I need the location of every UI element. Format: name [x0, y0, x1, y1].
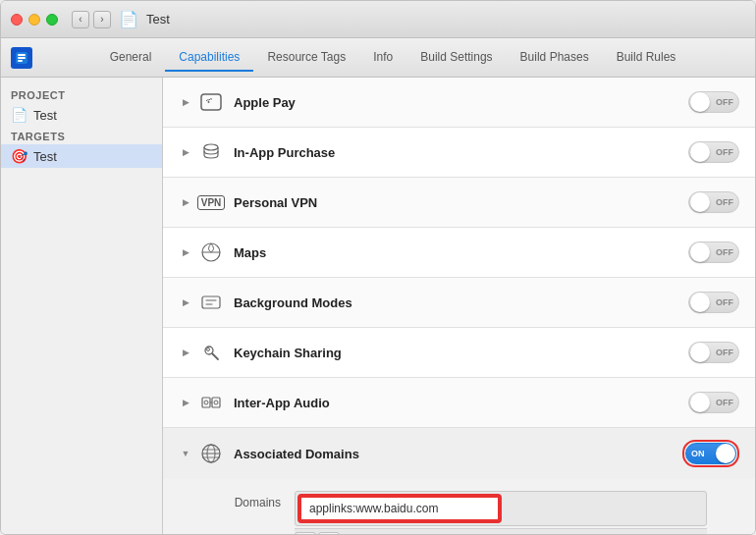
maps-toggle-knob [690, 242, 710, 262]
capability-row-background-modes: ▶ Background Modes OFF [163, 278, 755, 328]
associated-domains-label: Associated Domains [234, 447, 682, 461]
svg-rect-3 [18, 60, 23, 62]
inter-app-audio-label: Inter-App Audio [234, 396, 688, 410]
expand-personal-vpn[interactable]: ▶ [179, 195, 192, 209]
sidebar-item-project[interactable]: 📄 Test [1, 103, 162, 127]
tab-resource-tags[interactable]: Resource Tags [253, 44, 359, 72]
nav-buttons: ‹ › [72, 11, 111, 28]
tab-build-rules[interactable]: Build Rules [603, 44, 690, 72]
svg-rect-2 [18, 57, 26, 59]
associated-domains-toggle[interactable]: ON [685, 443, 736, 464]
titlebar: ‹ › 📄 Test [1, 1, 755, 38]
sidebar-project-label: PROJECT [1, 85, 162, 103]
associated-domains-expanded: Domains + − [163, 479, 755, 534]
capability-row-associated-domains: ▼ Associated Domains ON [163, 428, 755, 479]
maps-icon [198, 240, 224, 265]
apple-pay-icon [198, 89, 224, 115]
associated-domains-toggle-knob [716, 444, 735, 463]
personal-vpn-icon: VPN [198, 189, 224, 215]
maps-toggle[interactable]: OFF [688, 241, 739, 263]
background-modes-toggle-knob [690, 293, 710, 312]
keychain-sharing-toggle[interactable]: OFF [688, 342, 739, 363]
svg-point-11 [207, 348, 210, 351]
back-button[interactable]: ‹ [72, 11, 89, 28]
in-app-purchase-toggle[interactable]: OFF [688, 141, 739, 163]
capability-row-inter-app-audio: ▶ Inter-App Audio OFF [163, 378, 755, 428]
expand-inter-app-audio[interactable]: ▶ [179, 396, 192, 409]
add-domain-button[interactable]: + [295, 532, 316, 534]
svg-rect-9 [202, 296, 220, 308]
apple-pay-label: Apple Pay [234, 95, 688, 110]
personal-vpn-toggle-label: OFF [716, 197, 733, 207]
domains-row: Domains + − [222, 491, 735, 534]
associated-domains-icon [198, 441, 224, 466]
svg-rect-1 [18, 54, 26, 56]
inter-app-audio-toggle[interactable]: OFF [688, 392, 739, 413]
expand-background-modes[interactable]: ▶ [179, 295, 192, 309]
tab-info[interactable]: Info [359, 44, 406, 72]
background-modes-label: Background Modes [234, 295, 688, 310]
expand-maps[interactable]: ▶ [179, 245, 192, 259]
tabbar: General Capabilities Resource Tags Info … [1, 38, 755, 78]
domain-entry-input[interactable] [301, 498, 498, 519]
capabilities-content: ▶ Apple Pay OFF ▶ [163, 78, 755, 534]
domains-label: Domains [222, 491, 281, 509]
forward-button[interactable]: › [93, 11, 111, 28]
svg-rect-12 [202, 398, 210, 407]
expand-in-app-purchase[interactable]: ▶ [179, 145, 192, 159]
svg-point-14 [204, 401, 208, 404]
svg-point-15 [214, 401, 218, 404]
keychain-sharing-toggle-label: OFF [716, 348, 733, 357]
tabs: General Capabilities Resource Tags Info … [40, 44, 745, 72]
expand-apple-pay[interactable]: ▶ [179, 95, 192, 109]
capability-row-maps: ▶ Maps OFF [163, 228, 755, 278]
keychain-sharing-icon [198, 340, 224, 365]
project-file-icon [11, 47, 32, 69]
capability-row-keychain-sharing: ▶ Keychain Sharing OFF [163, 328, 755, 378]
personal-vpn-toggle-knob [690, 192, 710, 212]
expand-associated-domains[interactable]: ▼ [179, 447, 192, 460]
maximize-button[interactable] [46, 14, 58, 26]
personal-vpn-toggle[interactable]: OFF [688, 191, 739, 213]
associated-domains-toggle-highlight: ON [682, 440, 739, 467]
tab-capabilities[interactable]: Capabilities [165, 44, 253, 72]
in-app-purchase-icon [198, 139, 224, 165]
window-title: Test [146, 12, 170, 27]
minimize-button[interactable] [28, 14, 40, 26]
domains-content: + − [295, 491, 735, 534]
inter-app-audio-icon [198, 390, 224, 415]
inter-app-audio-toggle-label: OFF [716, 398, 733, 407]
capability-row-in-app-purchase: ▶ In-App Purchase OFF [163, 128, 755, 178]
sidebar-project-name: Test [33, 108, 57, 123]
svg-rect-13 [212, 398, 220, 407]
apple-pay-toggle[interactable]: OFF [688, 91, 739, 113]
background-modes-toggle[interactable]: OFF [688, 292, 739, 313]
svg-point-5 [208, 101, 210, 103]
in-app-purchase-toggle-knob [690, 142, 710, 162]
main-area: PROJECT 📄 Test TARGETS 🎯 Test ▶ [1, 78, 755, 534]
sidebar-target-name: Test [33, 149, 57, 164]
close-button[interactable] [11, 14, 23, 26]
expand-keychain-sharing[interactable]: ▶ [179, 346, 192, 359]
target-icon: 🎯 [11, 148, 27, 164]
keychain-sharing-label: Keychain Sharing [234, 346, 688, 360]
svg-rect-4 [201, 94, 221, 110]
sidebar-item-target[interactable]: 🎯 Test [1, 144, 162, 168]
maps-label: Maps [234, 245, 688, 260]
maps-toggle-label: OFF [716, 247, 733, 257]
capability-row-apple-pay: ▶ Apple Pay OFF [163, 78, 755, 128]
personal-vpn-label: Personal VPN [234, 195, 688, 210]
inter-app-audio-toggle-knob [690, 393, 710, 412]
sidebar: PROJECT 📄 Test TARGETS 🎯 Test [1, 78, 163, 534]
apple-pay-toggle-label: OFF [716, 97, 733, 107]
tab-build-phases[interactable]: Build Phases [507, 44, 603, 72]
tab-general[interactable]: General [96, 44, 166, 72]
file-icon: 📄 [119, 10, 138, 28]
svg-point-6 [204, 144, 218, 150]
domain-entry-highlight [297, 494, 502, 523]
traffic-lights [11, 14, 58, 26]
in-app-purchase-label: In-App Purchase [234, 145, 688, 160]
capability-row-personal-vpn: ▶ VPN Personal VPN OFF [163, 178, 755, 228]
tab-build-settings[interactable]: Build Settings [406, 44, 506, 72]
remove-domain-button[interactable]: − [318, 532, 340, 534]
